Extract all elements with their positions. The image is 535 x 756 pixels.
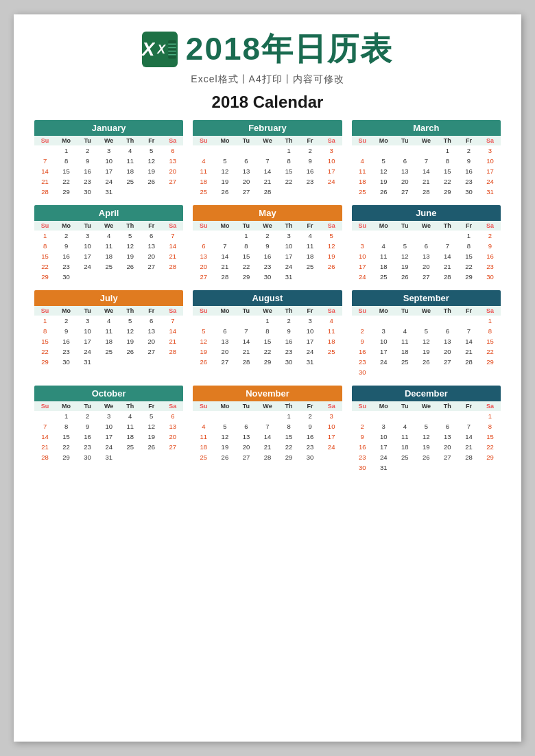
day-cell <box>235 145 257 156</box>
day-cell: 28 <box>34 187 56 197</box>
day-cell: 7 <box>257 421 278 432</box>
month-block-may: MaySuMoTuWeThFrSa12345678910111213141516… <box>193 205 342 282</box>
day-cell: 17 <box>373 346 394 357</box>
day-cell <box>162 357 183 367</box>
day-name-sa: Sa <box>479 401 501 411</box>
day-name-we: We <box>257 221 278 231</box>
day-cell: 31 <box>300 357 321 367</box>
day-cell: 5 <box>141 145 162 156</box>
day-cell: 17 <box>373 442 394 452</box>
day-cell: 7 <box>162 231 183 241</box>
day-cell: 21 <box>34 176 56 187</box>
day-cell: 17 <box>98 432 119 442</box>
day-name-mo: Mo <box>214 221 235 231</box>
month-block-december: DecemberSuMoTuWeThFrSa123456789101112131… <box>352 386 501 473</box>
day-cell: 2 <box>479 231 501 241</box>
day-cell: 13 <box>162 421 183 432</box>
day-cell: 13 <box>141 326 162 336</box>
day-cell: 24 <box>352 272 373 282</box>
day-cell: 23 <box>300 442 321 452</box>
day-cell: 10 <box>98 421 119 432</box>
day-cell: 19 <box>214 442 235 452</box>
day-cell: 23 <box>278 346 300 357</box>
day-cell: 15 <box>56 166 77 176</box>
day-name-we: We <box>416 136 437 145</box>
day-cell: 7 <box>34 156 56 166</box>
day-name-fr: Fr <box>458 401 479 411</box>
day-cell: 3 <box>373 421 394 432</box>
day-cell: 21 <box>437 261 458 272</box>
day-cell: 26 <box>394 272 416 282</box>
day-cell: 22 <box>34 261 56 272</box>
day-cell: 5 <box>214 421 235 432</box>
day-cell <box>437 316 458 326</box>
day-cell: 10 <box>77 241 98 251</box>
day-cell: 6 <box>141 316 162 326</box>
day-cell <box>141 357 162 367</box>
day-cell: 20 <box>437 442 458 452</box>
day-cell: 14 <box>416 166 437 176</box>
day-cell: 22 <box>56 442 77 452</box>
day-cell: 12 <box>119 326 141 336</box>
day-name-mo: Mo <box>373 401 394 411</box>
day-cell: 5 <box>214 156 235 166</box>
day-cell: 29 <box>235 272 257 282</box>
day-cell: 9 <box>352 432 373 442</box>
day-cell: 17 <box>77 336 98 346</box>
day-cell: 8 <box>458 241 479 251</box>
day-cell: 14 <box>162 326 183 336</box>
day-cell: 14 <box>257 166 278 176</box>
day-cell: 9 <box>352 336 373 346</box>
day-cell: 23 <box>300 176 321 187</box>
day-name-th: Th <box>119 306 141 316</box>
day-name-su: Su <box>193 221 214 231</box>
day-cell: 14 <box>214 251 235 261</box>
day-cell: 20 <box>141 251 162 261</box>
day-cell: 19 <box>373 176 394 187</box>
day-cell: 4 <box>394 326 416 336</box>
day-cell: 20 <box>437 346 458 357</box>
day-cell: 27 <box>437 452 458 462</box>
day-cell: 6 <box>416 241 437 251</box>
day-name-sa: Sa <box>321 136 342 145</box>
day-cell: 17 <box>321 166 342 176</box>
day-cell: 29 <box>56 452 77 462</box>
day-name-th: Th <box>437 221 458 231</box>
days-grid: 1234567891011121314151617181920212223242… <box>34 316 183 367</box>
day-cell: 3 <box>479 145 501 156</box>
day-cell: 15 <box>34 251 56 261</box>
day-name-tu: Tu <box>235 306 257 316</box>
month-header-august: August <box>193 290 342 306</box>
day-cell <box>214 316 235 326</box>
days-header: SuMoTuWeThFrSa <box>352 221 501 231</box>
day-cell: 1 <box>34 316 56 326</box>
day-cell: 12 <box>321 241 342 251</box>
day-cell <box>437 411 458 421</box>
day-cell: 19 <box>394 261 416 272</box>
day-name-tu: Tu <box>394 401 416 411</box>
day-cell: 11 <box>98 326 119 336</box>
day-cell: 9 <box>77 156 98 166</box>
days-grid: 1234567891011121314151617181920212223242… <box>193 145 342 197</box>
day-cell <box>352 316 373 326</box>
day-cell: 8 <box>56 156 77 166</box>
day-cell: 21 <box>214 261 235 272</box>
day-cell <box>34 145 56 156</box>
day-cell: 27 <box>394 187 416 197</box>
day-cell: 13 <box>141 241 162 251</box>
month-block-june: JuneSuMoTuWeThFrSa1234567891011121314151… <box>352 205 501 282</box>
day-cell: 4 <box>321 316 342 326</box>
day-cell: 10 <box>98 156 119 166</box>
day-cell <box>98 272 119 282</box>
day-cell: 19 <box>141 432 162 442</box>
day-cell: 8 <box>235 241 257 251</box>
day-cell: 24 <box>77 261 98 272</box>
day-cell: 26 <box>373 187 394 197</box>
day-cell: 20 <box>394 176 416 187</box>
day-name-mo: Mo <box>56 136 77 145</box>
day-name-th: Th <box>119 401 141 411</box>
month-block-march: MarchSuMoTuWeThFrSa123456789101112131415… <box>352 120 501 197</box>
day-cell: 8 <box>56 421 77 432</box>
day-cell: 15 <box>437 166 458 176</box>
day-cell: 3 <box>278 231 300 241</box>
